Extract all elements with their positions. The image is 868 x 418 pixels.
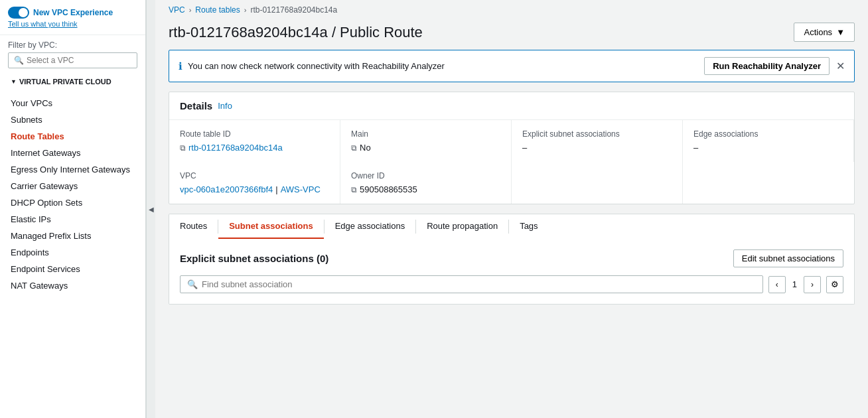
actions-dropdown-icon: ▼ bbox=[836, 27, 845, 37]
close-banner-button[interactable]: ✕ bbox=[836, 60, 845, 72]
sidebar-item-endpoints[interactable]: Endpoints bbox=[0, 244, 145, 261]
sidebar-item-subnets[interactable]: Subnets bbox=[0, 111, 145, 128]
owner-id-text: 590508865535 bbox=[360, 184, 417, 194]
edge-assoc-dash: – bbox=[693, 143, 698, 153]
vpc-cell: VPC vpc-060a1e2007366fbf4 | AWS-VPC bbox=[169, 162, 340, 204]
details-grid: Route table ID ⧉ rtb-0121768a9204bc14a M… bbox=[169, 120, 854, 204]
toggle-label: New VPC Experience bbox=[33, 8, 113, 17]
subnet-search-row: 🔍 ‹ 1 › ⚙ bbox=[180, 275, 843, 293]
new-vpc-toggle[interactable] bbox=[8, 7, 29, 19]
copy-icon-main[interactable]: ⧉ bbox=[351, 143, 357, 153]
sidebar-collapse-handle[interactable]: ◀ bbox=[146, 0, 155, 418]
main-label: Main bbox=[351, 129, 500, 139]
subnet-search-box[interactable]: 🔍 bbox=[180, 275, 763, 293]
owner-id-cell: Owner ID ⧉ 590508865535 bbox=[340, 162, 512, 204]
tab-subnet-associations[interactable]: Subnet associations bbox=[218, 214, 323, 239]
main-content: VPC › Route tables › rtb-0121768a9204bc1… bbox=[155, 0, 868, 418]
edge-assoc-value: – bbox=[693, 143, 843, 153]
page-header: rtb-0121768a9204bc14a / Public Route Act… bbox=[155, 20, 868, 50]
vpc-id-link[interactable]: vpc-060a1e2007366fbf4 bbox=[180, 184, 273, 194]
subnet-section-title: Explicit subnet associations (0) bbox=[180, 253, 328, 264]
sidebar-item-elastic-ips[interactable]: Elastic IPs bbox=[0, 211, 145, 228]
explicit-subnet-dash: – bbox=[522, 143, 527, 153]
actions-button[interactable]: Actions ▼ bbox=[794, 23, 855, 42]
sidebar-item-route-tables[interactable]: Route Tables bbox=[0, 128, 145, 145]
tab-edge-associations[interactable]: Edge associations bbox=[325, 214, 416, 239]
tab-tags[interactable]: Tags bbox=[509, 214, 548, 239]
tell-us-link[interactable]: Tell us what you think bbox=[8, 20, 137, 28]
chevron-right-icon-1: › bbox=[189, 6, 192, 14]
subnet-search-input[interactable] bbox=[202, 279, 756, 289]
explicit-subnet-value: – bbox=[522, 143, 672, 153]
vpc-value: vpc-060a1e2007366fbf4 | AWS-VPC bbox=[180, 184, 329, 194]
copy-icon-owner[interactable]: ⧉ bbox=[351, 185, 357, 194]
owner-id-label: Owner ID bbox=[351, 171, 500, 180]
page-title: rtb-0121768a9204bc14a / Public Route bbox=[169, 24, 423, 41]
chevron-down-icon: ▼ bbox=[11, 78, 17, 85]
reachability-banner: ℹ You can now check network connectivity… bbox=[169, 50, 855, 82]
details-title: Details bbox=[180, 100, 212, 111]
breadcrumb-vpc[interactable]: VPC bbox=[169, 5, 185, 15]
filter-label: Filter by VPC: bbox=[8, 40, 137, 50]
breadcrumb: VPC › Route tables › rtb-0121768a9204bc1… bbox=[155, 0, 868, 20]
subnet-count: (0) bbox=[317, 253, 328, 264]
section-label: VIRTUAL PRIVATE CLOUD bbox=[19, 78, 111, 86]
explicit-subnet-cell: Explicit subnet associations – bbox=[512, 120, 683, 162]
banner-right: Run Reachability Analyzer ✕ bbox=[704, 57, 845, 75]
next-page-button[interactable]: › bbox=[804, 276, 821, 293]
search-icon: 🔍 bbox=[187, 279, 198, 289]
subnet-section-header: Explicit subnet associations (0) Edit su… bbox=[180, 249, 843, 267]
vpc-section-header[interactable]: ▼ VIRTUAL PRIVATE CLOUD bbox=[0, 74, 145, 90]
search-icon: 🔍 bbox=[14, 56, 24, 65]
owner-id-value: ⧉ 590508865535 bbox=[351, 184, 500, 194]
vpc-filter-input[interactable] bbox=[27, 56, 131, 65]
pagination: ‹ 1 › bbox=[768, 276, 821, 293]
banner-left: ℹ You can now check network connectivity… bbox=[179, 60, 445, 72]
sidebar-item-egress-only[interactable]: Egress Only Internet Gateways bbox=[0, 161, 145, 178]
sidebar-item-internet-gateways[interactable]: Internet Gateways bbox=[0, 145, 145, 161]
vpc-name-link[interactable]: AWS-VPC bbox=[281, 184, 321, 194]
tab-content-subnet-associations: Explicit subnet associations (0) Edit su… bbox=[169, 239, 855, 305]
sidebar-item-prefix-lists[interactable]: Managed Prefix Lists bbox=[0, 228, 145, 244]
banner-text: You can now check network connectivity w… bbox=[188, 61, 445, 71]
copy-icon-rtid[interactable]: ⧉ bbox=[180, 143, 186, 153]
vpc-filter-input-wrapper[interactable]: 🔍 bbox=[8, 52, 137, 68]
subnet-title-text: Explicit subnet associations bbox=[180, 253, 314, 264]
edit-subnet-associations-button[interactable]: Edit subnet associations bbox=[733, 249, 843, 267]
details-card: Details Info Route table ID ⧉ rtb-012176… bbox=[169, 92, 855, 204]
edge-assoc-label: Edge associations bbox=[693, 129, 843, 139]
table-settings-button[interactable]: ⚙ bbox=[826, 276, 843, 293]
empty-cell-1 bbox=[512, 162, 683, 204]
prev-page-button[interactable]: ‹ bbox=[768, 276, 786, 293]
details-card-header: Details Info bbox=[169, 92, 854, 120]
tab-routes[interactable]: Routes bbox=[169, 214, 218, 239]
sidebar-header: New VPC Experience Tell us what you thin… bbox=[0, 0, 145, 35]
route-table-id-cell: Route table ID ⧉ rtb-0121768a9204bc14a bbox=[169, 120, 340, 162]
details-info-link[interactable]: Info bbox=[218, 101, 232, 111]
sidebar-item-nat-gateways[interactable]: NAT Gateways bbox=[0, 277, 145, 294]
sidebar-item-dhcp[interactable]: DHCP Option Sets bbox=[0, 194, 145, 211]
route-table-id-link[interactable]: rtb-0121768a9204bc14a bbox=[188, 143, 283, 153]
tabs-bar: Routes Subnet associations Edge associat… bbox=[169, 214, 855, 239]
run-reachability-button[interactable]: Run Reachability Analyzer bbox=[704, 57, 830, 75]
sidebar-item-your-vpcs[interactable]: Your VPCs bbox=[0, 95, 145, 111]
filter-vpc-section: Filter by VPC: 🔍 bbox=[0, 35, 145, 74]
actions-label: Actions bbox=[804, 27, 832, 37]
route-table-id-label: Route table ID bbox=[180, 129, 329, 139]
main-cell: Main ⧉ No bbox=[340, 120, 512, 162]
vpc-separator: | bbox=[275, 184, 277, 194]
info-icon: ℹ bbox=[179, 60, 182, 72]
explicit-subnet-label: Explicit subnet associations bbox=[522, 129, 672, 139]
sidebar-item-endpoint-services[interactable]: Endpoint Services bbox=[0, 261, 145, 277]
edge-assoc-cell: Edge associations – bbox=[683, 120, 854, 162]
chevron-right-icon-2: › bbox=[244, 6, 247, 14]
breadcrumb-route-tables[interactable]: Route tables bbox=[195, 5, 240, 15]
breadcrumb-current: rtb-0121768a9204bc14a bbox=[250, 5, 337, 15]
tab-route-propagation[interactable]: Route propagation bbox=[416, 214, 508, 239]
vpc-label: VPC bbox=[180, 171, 329, 180]
sidebar-item-carrier-gateways[interactable]: Carrier Gateways bbox=[0, 178, 145, 194]
main-value: ⧉ No bbox=[351, 143, 500, 153]
main-value-text: No bbox=[360, 143, 371, 153]
sidebar-nav: Your VPCs Subnets Route Tables Internet … bbox=[0, 90, 145, 299]
page-number: 1 bbox=[788, 279, 801, 289]
